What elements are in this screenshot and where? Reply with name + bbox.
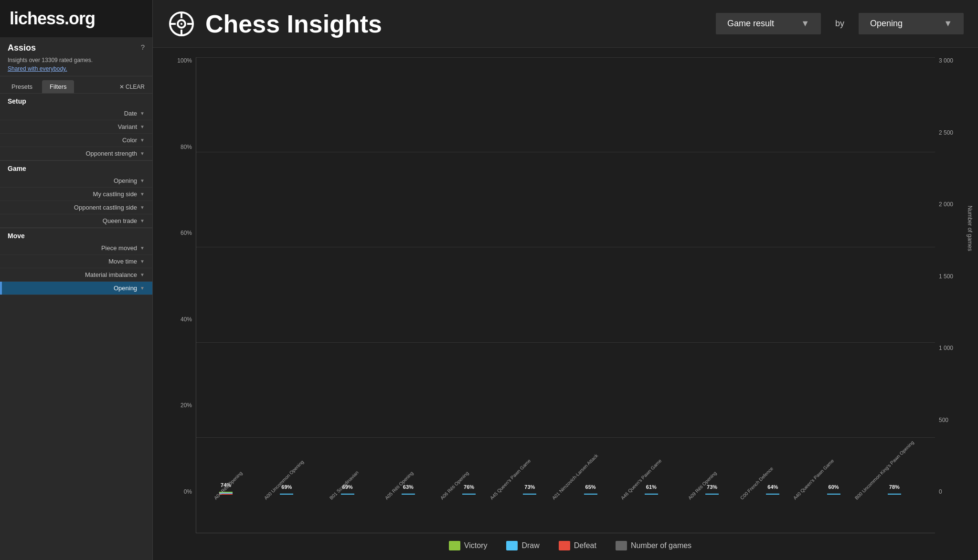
y-left-0: 0% <box>184 488 192 495</box>
filter-date[interactable]: Date ▼ <box>0 107 152 120</box>
x-label-a40: A40 Queen's Pawn Game <box>786 495 847 533</box>
tab-presets[interactable]: Presets <box>4 80 40 93</box>
y-right-2000: 2 000 <box>939 201 953 208</box>
move-time-caret: ▼ <box>140 259 145 264</box>
bar-group-a46: 61% <box>627 57 687 495</box>
filter-material-imbalance[interactable]: Material imbalance ▼ <box>0 268 152 282</box>
opp-castling-caret: ▼ <box>140 205 145 210</box>
by-label: by <box>830 19 849 29</box>
legend-defeat: Defeat <box>559 541 596 550</box>
victory-label-a06: 76% <box>464 484 474 490</box>
x-label-a01: A01 Nimzovich-Larsen Attack <box>544 495 614 533</box>
y-left-100: 100% <box>177 57 192 64</box>
y-right-axis-label: Number of games <box>966 205 973 251</box>
my-castling-caret: ▼ <box>140 191 145 197</box>
game-section-header: Game <box>0 160 152 174</box>
x-label-a05: A05 Réti Opening <box>372 495 427 533</box>
filter-variant[interactable]: Variant ▼ <box>0 120 152 134</box>
chart-inner: 74% 69% <box>196 57 935 533</box>
y-right-0: 0 <box>939 488 942 495</box>
y-right-3000: 3 000 <box>939 57 953 64</box>
setup-section-header: Setup <box>0 93 152 107</box>
bars-container: 74% 69% <box>196 57 935 495</box>
opening-dropdown-caret: ▼ <box>944 19 952 29</box>
y-left-80: 80% <box>181 144 192 150</box>
shared-link[interactable]: Shared with everybody. <box>8 64 145 73</box>
victory-label-a46: 61% <box>646 484 657 490</box>
legend-victory-box <box>449 541 460 550</box>
game-result-dropdown[interactable]: Game result ▼ <box>716 13 821 34</box>
queen-trade-caret: ▼ <box>140 218 145 223</box>
victory-label-c00: 64% <box>767 484 778 490</box>
victory-label-a05: 63% <box>403 484 414 490</box>
filter-opening-move[interactable]: Opening ▼ <box>0 282 152 295</box>
x-label-a06: A06 Réti Opening <box>427 495 483 533</box>
x-label-a04: A04 Réti Opening <box>201 495 256 533</box>
legend-victory: Victory <box>449 541 488 550</box>
legend-draw-label: Draw <box>521 541 539 550</box>
x-label-c00: C00 French Defence <box>730 495 786 533</box>
chess-insights-icon <box>167 10 196 38</box>
filter-my-castling[interactable]: My castling side ▼ <box>0 188 152 201</box>
filter-opp-castling[interactable]: Opponent castling side ▼ <box>0 201 152 214</box>
move-section-header: Move <box>0 228 152 242</box>
svg-point-2 <box>181 23 182 25</box>
opening-caret: ▼ <box>140 178 145 183</box>
filter-opponent-strength[interactable]: Opponent strength ▼ <box>0 147 152 160</box>
legend-count-box <box>616 541 627 550</box>
legend-draw-box <box>506 541 518 550</box>
x-label-b00: B00 Uncommon King's Pawn Opening <box>847 495 935 533</box>
legend: Victory Draw Defeat Number of games <box>172 533 968 555</box>
bar-group-c00: 64% <box>748 57 808 495</box>
filter-opening[interactable]: Opening ▼ <box>0 174 152 188</box>
user-section: Assios ? Insights over 13309 rated games… <box>0 37 152 76</box>
sidebar: lichess.org Assios ? Insights over 13309… <box>0 0 153 560</box>
bar-group-b01: 69% <box>323 57 383 495</box>
y-right-1000: 1 000 <box>939 345 953 351</box>
opp-strength-caret: ▼ <box>140 151 145 156</box>
tab-filters[interactable]: Filters <box>42 80 74 93</box>
x-label-a45: A45 Queen's Pawn Game <box>482 495 544 533</box>
victory-label-b00: 78% <box>889 484 900 490</box>
legend-victory-label: Victory <box>464 541 488 550</box>
logo[interactable]: lichess.org <box>0 0 152 37</box>
filter-move-time[interactable]: Move time ▼ <box>0 255 152 268</box>
y-left-60: 60% <box>181 230 192 236</box>
bar-group-a04: 74% <box>201 57 262 495</box>
opening-dropdown[interactable]: Opening ▼ <box>859 13 964 34</box>
x-label-a09: A09 Réti Opening <box>675 495 730 533</box>
main-content: Chess Insights Game result ▼ by Opening … <box>153 0 978 560</box>
x-axis-labels: A04 Réti Opening A00 Uncommon Opening B0… <box>201 495 935 533</box>
legend-defeat-label: Defeat <box>574 541 596 550</box>
y-left-40: 40% <box>181 316 192 323</box>
y-left-20: 20% <box>181 402 192 409</box>
color-caret: ▼ <box>140 137 145 143</box>
variant-caret: ▼ <box>140 124 145 129</box>
username: Assios <box>8 43 36 53</box>
x-label-a00: A00 Uncommon Opening <box>256 495 317 533</box>
bar-group-a00: 69% <box>262 57 322 495</box>
victory-label-a09: 73% <box>707 484 717 490</box>
help-button[interactable]: ? <box>141 43 145 51</box>
y-axis-left: 100% 80% 60% 40% 20% 0% <box>172 57 196 533</box>
filter-color[interactable]: Color ▼ <box>0 134 152 147</box>
y-right-1500: 1 500 <box>939 273 953 280</box>
clear-button[interactable]: ✕ CLEAR <box>116 82 149 92</box>
insights-text: Insights over 13309 rated games. <box>8 56 145 64</box>
y-right-2500: 2 500 <box>939 129 953 136</box>
legend-defeat-box <box>559 541 570 550</box>
victory-label-a00: 69% <box>281 484 292 490</box>
bar-group-a05: 63% <box>383 57 444 495</box>
y-right-500: 500 <box>939 417 948 423</box>
victory-label-a01: 65% <box>585 484 596 490</box>
bar-group-a06: 76% <box>444 57 505 495</box>
date-caret: ▼ <box>140 111 145 116</box>
x-label-a46: A46 Queen's Pawn Game <box>613 495 675 533</box>
x-label-b01: B01 Scandinavian <box>317 495 372 533</box>
filter-queen-trade[interactable]: Queen trade ▼ <box>0 214 152 228</box>
piece-moved-caret: ▼ <box>140 245 145 251</box>
y-axis-right: 3 000 2 500 2 000 1 500 1 000 500 0 Numb… <box>935 57 968 533</box>
game-result-caret: ▼ <box>801 19 809 29</box>
filter-piece-moved[interactable]: Piece moved ▼ <box>0 242 152 255</box>
bar-group-b00: 78% <box>870 57 930 495</box>
